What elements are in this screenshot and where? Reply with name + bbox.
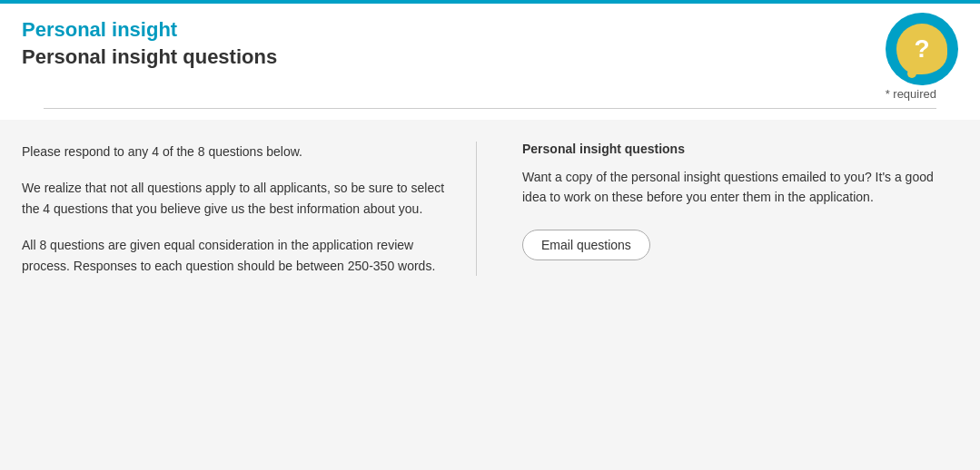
- right-column-body: Want a copy of the personal insight ques…: [522, 167, 958, 208]
- left-paragraph-1: Please respond to any 4 of the 8 questio…: [22, 142, 458, 162]
- page-title: Personal insight questions: [22, 45, 277, 69]
- content-section: Please respond to any 4 of the 8 questio…: [0, 120, 980, 298]
- right-column: Personal insight questions Want a copy o…: [513, 142, 958, 276]
- question-mark-icon: ?: [914, 36, 929, 62]
- section-label: Personal insight: [22, 18, 277, 42]
- page-container: Personal insight Personal insight questi…: [0, 0, 980, 470]
- header-top: Personal insight Personal insight questi…: [22, 18, 958, 80]
- icon-container: ?: [886, 13, 958, 85]
- right-column-title: Personal insight questions: [522, 142, 958, 156]
- divider-container: [22, 108, 958, 120]
- left-paragraph-3: All 8 questions are given equal consider…: [22, 235, 458, 276]
- header-section: Personal insight Personal insight questi…: [0, 0, 980, 120]
- section-divider: [44, 108, 936, 109]
- required-row: * required: [22, 80, 958, 108]
- question-mark-blob: ?: [896, 24, 947, 74]
- email-questions-button[interactable]: Email questions: [522, 230, 650, 260]
- left-paragraph-2: We realize that not all questions apply …: [22, 178, 458, 219]
- required-text: * required: [886, 87, 936, 101]
- header-titles: Personal insight Personal insight questi…: [22, 18, 277, 69]
- left-column: Please respond to any 4 of the 8 questio…: [22, 142, 477, 276]
